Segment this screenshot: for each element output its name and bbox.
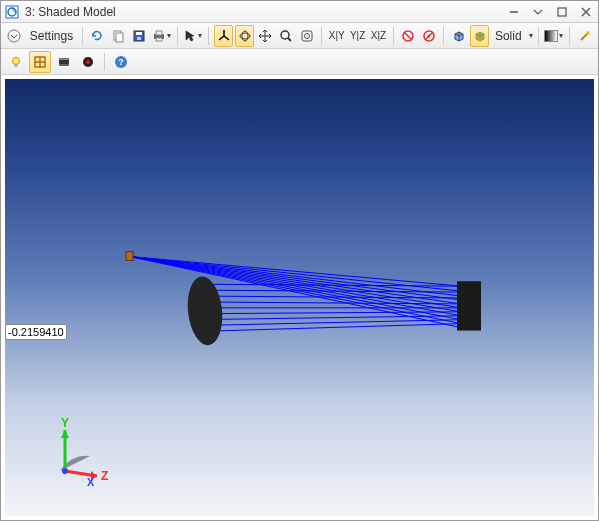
dropdown-button[interactable] [530,5,546,19]
axis-x-label: X [87,476,95,488]
settings-button[interactable]: Settings [26,29,77,43]
window-title: 3: Shaded Model [25,5,506,19]
separator [104,53,105,71]
svg-point-20 [13,57,20,64]
source-element [126,252,133,261]
coordinate-readout: -0.2159410 [5,324,67,340]
pan-icon[interactable] [256,25,275,47]
view-xy-button[interactable]: X|Y [327,25,346,47]
3d-viewport[interactable]: -0.2159410 Z Y X [5,79,594,516]
restore-button[interactable] [554,5,570,19]
svg-point-14 [281,31,289,39]
svg-rect-25 [59,64,69,66]
chevron-down-icon[interactable]: ▾ [529,31,533,40]
print-icon[interactable]: ▾ [151,25,172,47]
svg-rect-11 [156,38,162,41]
svg-rect-5 [116,33,123,42]
minimize-button[interactable] [506,5,522,19]
window-controls [506,5,594,19]
separator [177,27,178,45]
svg-point-28 [66,58,67,59]
svg-point-37 [62,468,68,474]
svg-rect-8 [137,37,141,40]
fit-view-icon[interactable] [298,25,317,47]
svg-text:?: ? [118,57,124,67]
svg-rect-2 [558,8,566,16]
refresh-icon[interactable] [88,25,107,47]
expand-down-icon[interactable] [5,25,24,47]
view-yz-button[interactable]: Y|Z [348,25,367,47]
wand-icon[interactable] [575,25,594,47]
save-icon[interactable] [130,25,149,47]
svg-point-3 [8,30,20,42]
grid-layout-icon[interactable] [29,51,51,73]
shading-mode-button[interactable]: Solid [491,29,526,43]
copy-icon[interactable] [109,25,128,47]
separator [443,27,444,45]
gradient-swatch-button[interactable]: ▾ [543,25,564,47]
svg-point-27 [63,58,64,59]
film-icon[interactable] [53,51,75,73]
cube-solid-icon[interactable] [470,25,489,47]
main-toolbar: Settings ▾ ▾ X|Y Y|Z X|Z Solid▾ ▾ [1,23,598,49]
secondary-toolbar: ? [1,49,598,75]
zoom-icon[interactable] [277,25,296,47]
close-button[interactable] [578,5,594,19]
separator [321,27,322,45]
lightbulb-icon[interactable] [5,51,27,73]
separator [82,27,83,45]
lens-element [184,275,225,347]
separator [208,27,209,45]
svg-rect-15 [302,31,312,41]
separator [569,27,570,45]
svg-rect-10 [156,31,162,35]
rotate-view-icon[interactable] [235,25,254,47]
svg-rect-7 [136,32,142,35]
axis-triad: Z Y X [35,416,115,496]
svg-point-16 [305,33,310,38]
svg-rect-21 [15,64,18,67]
record-icon[interactable] [77,51,99,73]
viewport-container: -0.2159410 Z Y X [1,75,598,520]
cube-shaded-icon[interactable] [449,25,468,47]
no-entry-icon[interactable] [399,25,418,47]
axis-z-label: Z [101,469,108,483]
cursor-icon[interactable]: ▾ [182,25,203,47]
view-xz-button[interactable]: X|Z [369,25,388,47]
axis-y-label: Y [61,416,69,430]
svg-marker-36 [61,430,69,438]
app-icon [5,5,19,19]
separator [393,27,394,45]
axes-icon[interactable] [214,25,233,47]
help-icon[interactable]: ? [110,51,132,73]
svg-point-30 [86,60,90,64]
detector-element [457,281,481,330]
title-bar: 3: Shaded Model [1,1,598,23]
separator [538,27,539,45]
target-disabled-icon[interactable] [420,25,439,47]
svg-point-26 [60,58,61,59]
